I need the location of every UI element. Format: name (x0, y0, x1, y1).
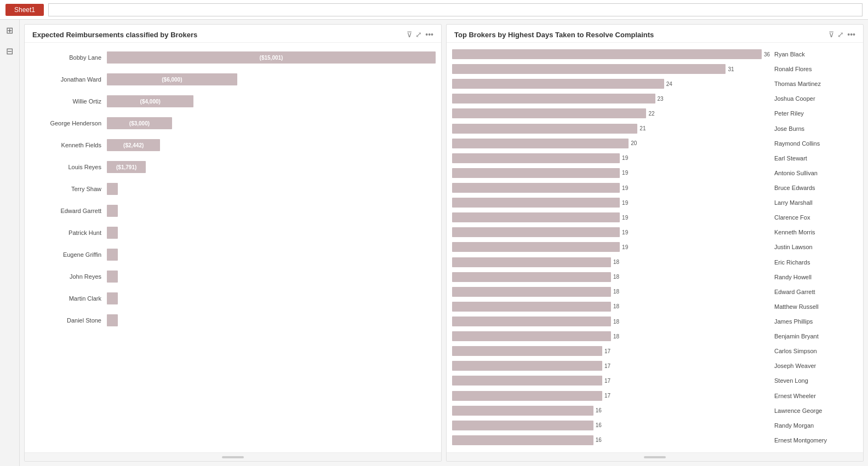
right-chart-label: Larry Marshall (770, 199, 858, 206)
right-chart-bar (452, 168, 620, 178)
right-bar-container: 18 (452, 330, 770, 342)
left-bar-container: ($1,791) (107, 159, 436, 175)
right-chart-label: Edward Garrett (770, 289, 858, 295)
right-chart-row: 18Matthew Russell (452, 300, 858, 314)
left-bar-container: ($4,000) (107, 94, 436, 109)
right-chart-label: Matthew Russell (770, 303, 858, 310)
more-icon-right[interactable]: ••• (847, 30, 855, 39)
right-chart-row: 18Edward Garrett (452, 285, 858, 299)
right-chart-label: Ernest Montgomery (770, 437, 858, 444)
left-chart-label: Terry Shaw (30, 186, 107, 192)
left-chart-row: Jonathan Ward($6,000) (30, 69, 436, 90)
right-chart-row: 19Bruce Edwards (452, 181, 858, 195)
left-chart-bar: ($3,000) (107, 117, 172, 129)
left-chart-bar: ($15,001) (107, 51, 436, 64)
left-chart-bar (107, 314, 118, 326)
right-chart-bar (452, 153, 620, 163)
right-bar-value: 17 (604, 348, 610, 354)
right-bar-container: 36 (452, 48, 770, 60)
left-sidebar: ⊞ ⊟ (0, 20, 20, 466)
right-bar-container: 18 (452, 301, 770, 313)
left-bar-container (107, 203, 436, 218)
left-chart-bar (107, 227, 118, 239)
expand-icon-right[interactable]: ⤢ (837, 30, 844, 39)
right-bar-container: 19 (452, 182, 770, 194)
right-panel-bottom (447, 452, 863, 461)
right-bar-value: 18 (613, 259, 619, 265)
formula-bar[interactable] (48, 3, 863, 16)
left-chart-bar (107, 205, 118, 217)
right-scroll-indicator[interactable] (644, 456, 666, 458)
left-bar-container: ($2,442) (107, 137, 436, 153)
left-chart-row: Martin Clark (30, 288, 436, 309)
right-bar-value: 18 (613, 289, 619, 295)
right-chart-label: Carlos Simpson (770, 348, 858, 354)
left-chart-bar: ($1,791) (107, 161, 146, 173)
right-bar-container: 24 (452, 78, 770, 90)
right-bar-value: 22 (648, 111, 654, 117)
right-bar-value: 16 (596, 407, 602, 413)
right-chart-label: Randy Morgan (770, 422, 858, 429)
right-bar-container: 16 (452, 405, 770, 417)
right-chart-row: 17Joseph Weaver (452, 359, 858, 373)
right-chart-bar (452, 198, 620, 208)
right-bar-container: 16 (452, 434, 770, 446)
right-bar-container: 18 (452, 315, 770, 327)
right-chart-row: 17Steven Long (452, 373, 858, 388)
expand-icon-left[interactable]: ⤢ (415, 30, 422, 39)
right-bar-container: 17 (452, 390, 770, 402)
right-chart-label: Bruce Edwards (770, 185, 858, 191)
left-chart-row: Kenneth Fields($2,442) (30, 135, 436, 156)
right-chart-label: Ronald Flores (770, 66, 858, 72)
right-bar-container: 19 (452, 211, 770, 223)
right-chart-bar (452, 183, 620, 193)
right-chart-row: 19Larry Marshall (452, 195, 858, 210)
left-chart-label: Eugene Griffin (30, 251, 107, 258)
right-bar-container: 18 (452, 271, 770, 283)
right-bar-container: 22 (452, 107, 770, 119)
right-chart-bar (452, 435, 593, 445)
right-chart-bar (452, 227, 620, 237)
left-scroll-indicator[interactable] (222, 456, 244, 458)
filter-icon-right[interactable]: ⊽ (829, 30, 834, 39)
right-bar-value: 18 (613, 274, 619, 280)
left-panel-icons: ⊽ ⤢ ••• (407, 30, 433, 39)
right-chart-bar (452, 64, 726, 74)
left-chart-bar (107, 292, 118, 304)
right-bar-container: 17 (452, 375, 770, 387)
right-chart-bar (452, 421, 593, 430)
left-chart-row: Terry Shaw (30, 179, 436, 199)
left-bar-container (107, 313, 436, 328)
right-chart-row: 20Raymond Collins (452, 136, 858, 151)
main-area: ⊞ ⊟ Expected Reimbursements classified b… (0, 20, 868, 466)
right-chart-row: 17Ernest Wheeler (452, 389, 858, 403)
right-bar-container: 19 (452, 167, 770, 179)
right-chart-row: 21Jose Burns (452, 122, 858, 136)
right-bar-container: 18 (452, 286, 770, 298)
right-bar-value: 19 (622, 170, 628, 176)
grid-icon[interactable]: ⊞ (4, 24, 16, 36)
more-icon-left[interactable]: ••• (425, 30, 433, 39)
left-bar-container (107, 247, 436, 262)
right-chart-row: 19Kenneth Morris (452, 225, 858, 239)
right-chart-row: 19Justin Lawson (452, 240, 858, 254)
right-chart-row: 31Ronald Flores (452, 62, 858, 76)
sheet-tab[interactable]: Sheet1 (5, 4, 44, 16)
top-bar: Sheet1 (0, 0, 868, 20)
dashboard-icon[interactable]: ⊟ (4, 45, 16, 57)
left-chart-label: Edward Garrett (30, 208, 107, 214)
right-chart-bar (452, 94, 655, 103)
right-chart-bar (452, 212, 620, 222)
right-chart-bar (452, 139, 629, 148)
filter-icon-left[interactable]: ⊽ (407, 30, 412, 39)
right-chart-row: 36Ryan Black (452, 47, 858, 61)
right-chart-bar (452, 391, 602, 401)
left-chart-row: John Reyes (30, 266, 436, 287)
right-bar-value: 16 (596, 437, 602, 443)
left-chart-label: Bobby Lane (30, 54, 107, 61)
right-bar-value: 18 (613, 319, 619, 325)
right-chart-area: 36Ryan Black31Ronald Flores24Thomas Mart… (447, 43, 863, 452)
right-bar-value: 19 (622, 155, 628, 161)
right-chart-bar (452, 317, 611, 326)
right-bar-container: 23 (452, 93, 770, 105)
